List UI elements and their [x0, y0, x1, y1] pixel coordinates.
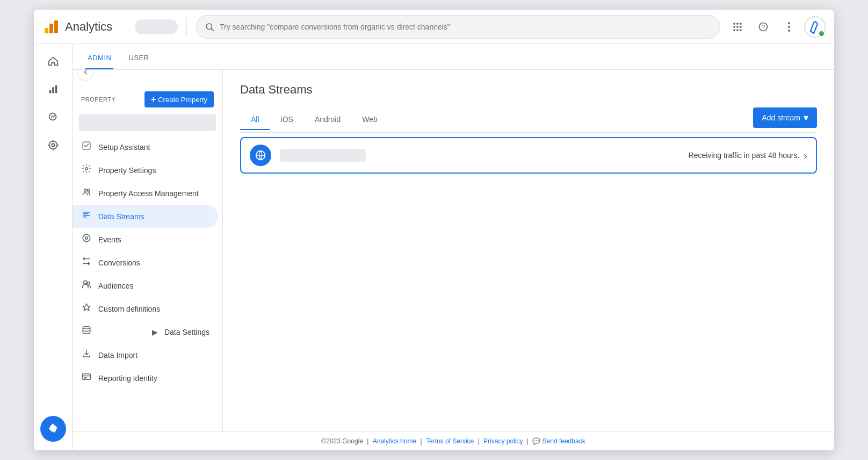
footer-sep-2: | [420, 437, 423, 445]
sidebar-item-property-settings[interactable]: Property Settings [73, 159, 218, 182]
stream-status: Receiving traffic in past 48 hours. [366, 151, 804, 160]
svg-rect-33 [83, 217, 87, 218]
svg-point-23 [49, 141, 57, 149]
footer-analytics-home-link[interactable]: Analytics home [373, 437, 416, 445]
data-streams-label: Data Streams [98, 212, 144, 221]
nav-item-explore[interactable] [40, 104, 66, 130]
data-settings-expand-icon: ▶ [152, 328, 158, 336]
sidebar-nav: Setup Assistant Property Settings [73, 135, 222, 398]
sidebar-item-setup-assistant[interactable]: Setup Assistant [73, 135, 218, 159]
svg-rect-40 [83, 374, 91, 380]
sidebar-item-audiences[interactable]: Audiences [73, 274, 218, 297]
sidebar-item-property-access-management[interactable]: Property Access Management [73, 182, 218, 205]
property-settings-icon [81, 164, 92, 176]
help-button[interactable]: ? [753, 16, 774, 38]
filter-tab-web[interactable]: Web [351, 110, 388, 130]
custom-definitions-icon [81, 303, 92, 315]
filter-tabs-left: All iOS Android Web [240, 110, 388, 130]
nav-item-home[interactable] [40, 48, 66, 74]
svg-rect-20 [52, 87, 54, 93]
svg-point-17 [788, 26, 790, 28]
svg-rect-12 [736, 29, 738, 31]
topbar-actions: ? [727, 16, 826, 38]
left-nav [34, 44, 73, 450]
sidebar-item-reporting-identity[interactable]: Reporting Identity [73, 366, 218, 390]
sidebar-item-conversions[interactable]: Conversions [73, 251, 218, 274]
svg-point-29 [88, 189, 90, 192]
nav-item-advertising[interactable] [40, 132, 66, 158]
footer-sep-3: | [478, 437, 481, 445]
main-layout: ADMIN USER Property [34, 44, 834, 450]
filter-tab-ios[interactable]: iOS [270, 110, 304, 130]
footer-sep-4: | [527, 437, 530, 445]
plus-icon: + [151, 95, 156, 104]
svg-point-28 [84, 189, 87, 192]
events-icon [81, 233, 92, 246]
setup-assistant-icon [81, 141, 92, 153]
setup-assistant-label: Setup Assistant [98, 143, 150, 152]
svg-point-35 [85, 237, 88, 240]
tab-admin[interactable]: ADMIN [85, 47, 113, 69]
avatar[interactable] [804, 16, 826, 38]
svg-point-34 [83, 234, 90, 242]
data-import-icon [81, 349, 92, 361]
stream-name-bar [280, 149, 366, 162]
account-chip[interactable] [135, 19, 178, 34]
conversions-label: Conversions [98, 258, 140, 267]
filter-tab-android[interactable]: Android [304, 110, 351, 130]
more-button[interactable] [778, 16, 800, 38]
apps-button[interactable] [727, 16, 748, 38]
svg-rect-1 [49, 24, 53, 33]
add-stream-button[interactable]: Add stream ▾ [753, 107, 817, 128]
data-streams-icon [81, 210, 92, 222]
svg-point-24 [52, 143, 55, 147]
svg-rect-5 [734, 23, 735, 24]
svg-point-27 [85, 168, 88, 170]
sidebar-item-data-streams[interactable]: Data Streams [73, 205, 218, 228]
footer-feedback-icon: 💬 [532, 437, 540, 445]
conversions-icon [81, 256, 92, 269]
data-settings-label: Data Settings [164, 328, 209, 336]
search-input[interactable] [220, 23, 711, 31]
create-property-label: Create Property [158, 96, 207, 104]
footer-terms-link[interactable]: Terms of Service [426, 437, 474, 445]
property-select-bar[interactable] [79, 114, 216, 131]
add-stream-label: Add stream [762, 113, 800, 122]
add-stream-dropdown-icon: ▾ [804, 112, 808, 124]
property-access-icon [81, 187, 92, 199]
sidebar-item-events[interactable]: Events [73, 228, 218, 251]
svg-rect-0 [45, 28, 48, 33]
svg-text:?: ? [762, 24, 765, 30]
search-bar[interactable] [196, 15, 720, 39]
content-area: ADMIN USER Property [73, 44, 834, 450]
tab-user[interactable]: USER [126, 47, 151, 69]
footer-copyright: ©2023 Google [321, 437, 363, 445]
footer-privacy-link[interactable]: Privacy policy [483, 437, 523, 445]
reporting-identity-icon [81, 372, 92, 384]
custom-definitions-label: Custom definitions [98, 305, 160, 313]
sidebar-item-custom-definitions[interactable]: Custom definitions [73, 297, 218, 320]
back-button[interactable] [77, 70, 94, 81]
audiences-label: Audiences [98, 282, 133, 290]
sidebar-item-data-import[interactable]: Data Import [73, 343, 218, 366]
svg-rect-30 [83, 212, 90, 213]
svg-point-18 [788, 30, 790, 32]
property-label: Property [81, 96, 115, 103]
svg-point-16 [788, 22, 790, 24]
svg-marker-38 [83, 304, 90, 311]
reporting-identity-label: Reporting Identity [98, 374, 157, 383]
svg-rect-9 [736, 26, 738, 27]
create-property-button[interactable]: + Create Property [144, 91, 214, 107]
footer: ©2023 Google | Analytics home | Terms of… [73, 432, 834, 450]
svg-rect-10 [740, 26, 741, 27]
svg-rect-19 [49, 90, 51, 94]
stream-card[interactable]: Receiving traffic in past 48 hours. › [240, 137, 817, 174]
svg-rect-8 [734, 26, 735, 27]
nav-settings-button[interactable] [40, 416, 66, 442]
nav-item-reports[interactable] [40, 76, 66, 102]
svg-rect-2 [54, 20, 58, 33]
filter-tab-all[interactable]: All [240, 110, 270, 130]
data-import-label: Data Import [98, 351, 138, 360]
sidebar-item-data-settings[interactable]: ▶ Data Settings [73, 320, 218, 343]
footer-feedback-link[interactable]: Send feedback [542, 437, 585, 445]
